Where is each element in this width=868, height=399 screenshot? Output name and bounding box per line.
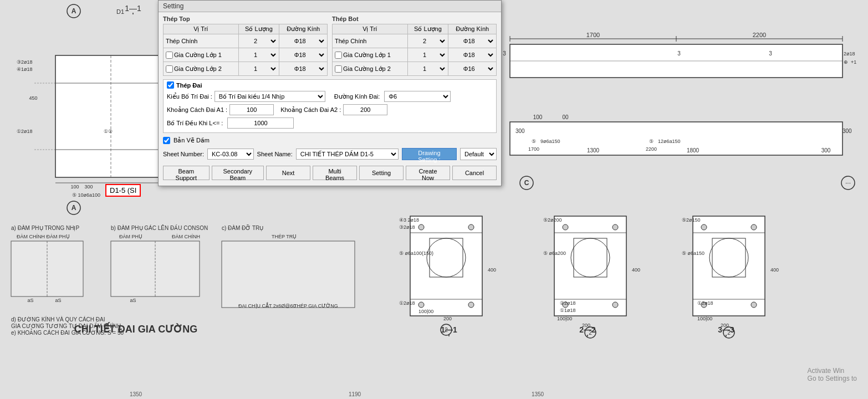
svg-text:100: 100 xyxy=(533,114,543,120)
svg-point-123 xyxy=(751,224,757,230)
svg-text:200: 200 xyxy=(443,316,452,321)
svg-rect-75 xyxy=(222,241,355,308)
svg-point-107 xyxy=(612,302,618,308)
svg-text:···: ··· xyxy=(845,179,851,187)
svg-text:⑤2ø150: ⑤2ø150 xyxy=(682,217,701,223)
sheet-name-select[interactable]: CHI TIẾT THÉP DẦM D1-5 CHI TIẾT THÉP DẦM… xyxy=(296,149,399,160)
svg-text:1190: 1190 xyxy=(349,391,361,397)
svg-text:⑤ 10ø6a100: ⑤ 10ø6a100 xyxy=(72,192,100,198)
svg-text:12ø6a150: 12ø6a150 xyxy=(658,139,681,144)
gia-cuong-lop1-top-so-luong[interactable]: 123 xyxy=(240,49,278,60)
setting-dialog: Setting Thép Top Vị Trí Số Lượng Đường K… xyxy=(158,0,502,186)
bo-tri-deu-input[interactable] xyxy=(227,117,294,129)
gia-cuong-lop1-bot-duong-kinh[interactable]: Φ18Φ16Φ20 xyxy=(450,49,495,60)
bottom-button-row: Beam Support Secondary Beam Next Multi B… xyxy=(163,162,497,182)
svg-text:⑤ ø6a100(150): ⑤ ø6a100(150) xyxy=(399,250,433,256)
dialog-title: Setting xyxy=(159,1,501,12)
cancel-button[interactable]: Cancel xyxy=(452,166,497,180)
svg-text:②2ø18: ②2ø18 xyxy=(560,300,576,306)
setting-button[interactable]: Setting xyxy=(359,166,404,180)
watermark-line1: Activate Win xyxy=(808,367,857,375)
khoang-a2-label: Khoảng Cách Đai A2 : xyxy=(280,106,341,114)
svg-text:300: 300 xyxy=(515,128,525,134)
svg-text:100|00: 100|00 xyxy=(418,309,433,314)
khoang-a2-item: Khoảng Cách Đai A2 : xyxy=(280,104,387,115)
thep-dai-section: Thép Đai Kiểu Bố Trí Đai : Bố Trí Đai ki… xyxy=(163,79,497,133)
khoang-a1-item: Khoảng Cách Đai A1 : xyxy=(167,104,274,115)
gia-cuong-lop1-top-checkbox[interactable] xyxy=(166,52,173,59)
svg-text:A: A xyxy=(72,204,76,212)
svg-text:ĐAI CHỊU CẮT 2x6Ø@60: ĐAI CHỊU CẮT 2x6Ø@60 xyxy=(238,302,296,309)
thep-bot-section: Thép Bot Vị Trí Số Lượng Đường Kính Thép… xyxy=(332,16,497,76)
col-duong-kinh-top: Đường Kính xyxy=(279,24,328,34)
gia-cuong-lop2-bot-so-luong[interactable]: 123 xyxy=(409,63,447,74)
svg-text:400: 400 xyxy=(488,267,496,273)
create-now-button[interactable]: Create Now xyxy=(406,166,450,180)
gia-cuong-lop2-bot-row: Gia Cường Lớp 2 123 Φ16Φ18Φ20 xyxy=(333,62,497,76)
svg-text:ĐÀM PHỤ: ĐÀM PHỤ xyxy=(119,234,142,239)
svg-text:e) KHOẢNG CÁCH ĐAI GIA CƯỜNG: : e) KHOẢNG CÁCH ĐAI GIA CƯỜNG: S = 50 xyxy=(11,329,124,336)
khoang-a1-input[interactable] xyxy=(229,104,274,115)
svg-text:④3 2ø18: ④3 2ø18 xyxy=(399,217,419,223)
svg-point-87 xyxy=(468,224,474,230)
gia-cuong-lop1-bot-checkbox[interactable] xyxy=(335,52,342,59)
duong-kinh-dai-select[interactable]: Φ6Φ8Φ10 xyxy=(384,91,451,102)
next-button[interactable]: Next xyxy=(266,166,310,180)
thep-chinh-bot-duong-kinh[interactable]: Φ18Φ16Φ20 xyxy=(450,35,495,47)
ban-ve-dam-checkbox[interactable] xyxy=(163,137,170,144)
svg-text:c) ĐÀM ĐỠ TRỤ: c) ĐÀM ĐỠ TRỤ xyxy=(222,224,263,231)
thep-bot-table: Vị Trí Số Lượng Đường Kính Thép Chính xyxy=(332,24,497,76)
svg-text:2200: 2200 xyxy=(646,146,657,152)
svg-text:450: 450 xyxy=(29,95,37,101)
ban-ve-dam-label: Bản Vẽ Dầm xyxy=(173,137,210,144)
thep-chinh-bot-row: Thép Chính 2134 Φ18Φ16Φ20 xyxy=(333,34,497,48)
svg-text:⑤2ø200: ⑤2ø200 xyxy=(543,217,562,223)
svg-text:aS: aS xyxy=(27,298,33,303)
svg-text:⑤: ⑤ xyxy=(649,139,653,144)
svg-text:⑤ ø6a150: ⑤ ø6a150 xyxy=(682,250,704,256)
svg-text:1800: 1800 xyxy=(687,147,699,154)
svg-point-104 xyxy=(563,224,568,230)
beam-support-button[interactable]: Beam Support xyxy=(163,166,210,180)
svg-text:1350: 1350 xyxy=(130,391,142,397)
svg-text:2: 2 xyxy=(589,330,592,336)
thep-chinh-bot-so-luong[interactable]: 2134 xyxy=(409,35,447,47)
watermark-line2: Go to Settings to xyxy=(808,375,857,382)
thep-top-title: Thép Top xyxy=(163,16,328,22)
gia-cuong-lop2-bot-duong-kinh[interactable]: Φ16Φ18Φ20 xyxy=(450,63,495,74)
svg-text:3: 3 xyxy=(503,50,506,57)
thep-chinh-top-so-luong[interactable]: 2134 xyxy=(240,35,278,47)
kieu-bo-tri-label: Kiểu Bố Trí Đai : xyxy=(167,93,212,100)
thep-sections: Thép Top Vị Trí Số Lượng Đường Kính Thép… xyxy=(163,16,497,76)
svg-text:⊕: ⊕ xyxy=(844,59,848,65)
multi-beams-button[interactable]: Multi Beams xyxy=(313,166,357,180)
khoang-cach-row: Khoảng Cách Đai A1 : Khoảng Cách Đai A2 … xyxy=(167,104,493,115)
svg-text:d) ĐƯỜNG KÍNH VÀ QUY CÁCH ĐAI: d) ĐƯỜNG KÍNH VÀ QUY CÁCH ĐAI xyxy=(11,316,105,323)
thep-dai-checkbox[interactable] xyxy=(167,81,174,89)
drawing-setting-button[interactable]: Drawing Setting : xyxy=(402,148,457,160)
thep-bot-title: Thép Bot xyxy=(332,16,497,22)
khoang-a2-input[interactable] xyxy=(343,104,387,115)
gia-cuong-lop2-top-checkbox[interactable] xyxy=(166,65,173,73)
svg-text:1350: 1350 xyxy=(532,391,544,397)
thep-chinh-top-duong-kinh[interactable]: Φ18Φ16Φ20 xyxy=(280,35,326,47)
gia-cuong-lop1-top-duong-kinh[interactable]: Φ18Φ16Φ20 xyxy=(280,49,326,60)
gia-cuong-lop1-bot-so-luong[interactable]: 123 xyxy=(409,49,447,60)
svg-text:+1: +1 xyxy=(851,59,856,65)
default-select[interactable]: Default Custom xyxy=(460,148,497,160)
svg-point-89 xyxy=(468,302,474,308)
gia-cuong-lop2-bot-checkbox[interactable] xyxy=(335,65,342,73)
svg-point-122 xyxy=(701,224,707,230)
sheet-number-select[interactable]: KC-03.08 KC-03.07 KC-03.09 xyxy=(207,149,254,160)
secondary-beam-button[interactable]: Secondary Beam xyxy=(212,166,264,180)
gia-cuong-lop2-top-so-luong[interactable]: 123 xyxy=(240,63,278,74)
sheet-name-label: Sheet Name: xyxy=(257,151,293,157)
kieu-bo-tri-select[interactable]: Bố Trí Đai kiều 1/4 Nhịp Bố Trí Đai kiều… xyxy=(215,91,325,102)
svg-text:300: 300 xyxy=(843,128,852,134)
gia-cuong-lop2-top-duong-kinh[interactable]: Φ18Φ16Φ20 xyxy=(280,63,326,74)
thep-chinh-top-row: Thép Chính 2134 Φ18Φ16Φ20 xyxy=(164,34,328,48)
thep-top-section: Thép Top Vị Trí Số Lượng Đường Kính Thép… xyxy=(163,16,328,76)
thep-dai-header: Thép Đai xyxy=(167,81,493,89)
svg-text:C: C xyxy=(524,179,529,187)
svg-text:④1ø18: ④1ø18 xyxy=(17,66,33,72)
